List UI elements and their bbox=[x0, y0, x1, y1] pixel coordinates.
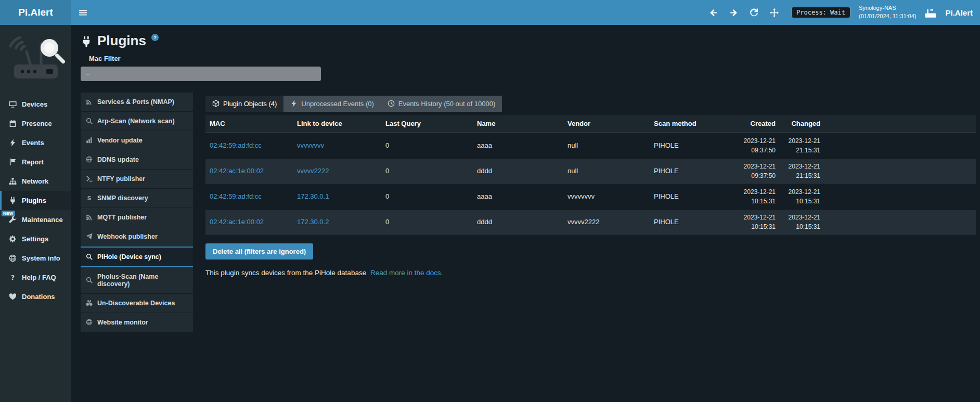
bolt-icon bbox=[9, 139, 17, 147]
plugin-item-ntfy-publisher[interactable]: NTFY publisher bbox=[81, 170, 193, 189]
sidebar-item-settings[interactable]: Settings bbox=[0, 229, 71, 249]
host-time: (01/01/2024, 11:31:04) bbox=[859, 12, 917, 21]
column-header-vendor[interactable]: Vendor bbox=[563, 115, 650, 132]
mac-link[interactable]: 02:42:ac:1e:00:02 bbox=[210, 167, 264, 175]
help-badge[interactable]: ? bbox=[151, 34, 159, 41]
column-header-scan-method[interactable]: Scan method bbox=[650, 115, 735, 132]
last-query-cell: 0 bbox=[381, 164, 473, 178]
plugin-item-label: Services & Ports (NMAP) bbox=[97, 98, 174, 106]
globe-icon bbox=[86, 156, 93, 163]
plugin-item-snmp-discovery[interactable]: SSNMP discovery bbox=[81, 189, 193, 208]
sidebar-item-events[interactable]: Events bbox=[0, 133, 71, 152]
device-link[interactable]: 172.30.0.2 bbox=[297, 218, 329, 226]
link-to-device-cell: 172.30.0.1 bbox=[293, 189, 381, 203]
mac-filter-input[interactable] bbox=[81, 67, 321, 81]
link-to-device-cell: vvvvv2222 bbox=[293, 164, 381, 178]
plugin-item-webhook-publisher[interactable]: Webhook publisher bbox=[81, 227, 193, 247]
link-to-device-cell: 172.30.0.2 bbox=[293, 215, 381, 229]
monitor-icon bbox=[9, 100, 17, 108]
table-header-row: MACLink to deviceLast QueryNameVendorSca… bbox=[205, 115, 976, 133]
svg-text:?: ? bbox=[11, 274, 15, 281]
arrow-left-icon bbox=[709, 8, 718, 17]
changed-cell: 2023-12-21 10:15:31 bbox=[780, 184, 824, 209]
column-header-changed[interactable]: Changed bbox=[780, 115, 824, 132]
mac-link[interactable]: 02:42:59:ad:fd:cc bbox=[210, 192, 262, 200]
changed-cell: 2023-12-21 21:15:31 bbox=[780, 133, 824, 158]
sidebar-item-network[interactable]: Network bbox=[0, 172, 71, 191]
changed-cell: 2023-12-21 21:15:31 bbox=[780, 159, 824, 184]
table-row: 02:42:59:ad:fd:cc vvvvvvvv 0 aaaa null P… bbox=[205, 133, 976, 159]
plugin-item-services-ports-nmap[interactable]: Services & Ports (NMAP) bbox=[81, 93, 193, 112]
device-link[interactable]: vvvvv2222 bbox=[297, 167, 329, 175]
app-name: Pi.Alert bbox=[945, 8, 973, 17]
tab-label: Events History (50 out of 10000) bbox=[398, 100, 495, 108]
cube-icon bbox=[212, 100, 220, 107]
column-header-link-to-device[interactable]: Link to device bbox=[293, 115, 381, 132]
new-badge: NEW bbox=[2, 211, 15, 216]
tab-events-history-50-out-of-10000[interactable]: Events History (50 out of 10000) bbox=[381, 96, 502, 112]
nav-arrow-group bbox=[709, 8, 779, 17]
sidebar-item-plugins[interactable]: Plugins bbox=[0, 191, 71, 210]
search-icon bbox=[86, 277, 93, 283]
plugin-item-label: Vendor update bbox=[97, 137, 143, 144]
tab-unprocessed-events-0[interactable]: Unprocessed Events (0) bbox=[283, 96, 380, 112]
forward-button[interactable] bbox=[729, 8, 738, 17]
sidebar-item-maintenance[interactable]: NEWMaintenance bbox=[0, 210, 71, 229]
router-icon bbox=[924, 6, 937, 19]
column-header-created[interactable]: Created bbox=[735, 115, 780, 132]
plugin-item-un-discoverable-devices[interactable]: Un-Discoverable Devices bbox=[81, 294, 193, 313]
column-header-last-query[interactable]: Last Query bbox=[381, 115, 473, 132]
gear-icon bbox=[9, 235, 17, 243]
move-button[interactable] bbox=[770, 8, 779, 17]
host-name: Synology-NAS bbox=[859, 4, 917, 12]
mac-cell: 02:42:ac:1e:00:02 bbox=[205, 215, 293, 229]
plugin-item-mqtt-publisher[interactable]: MQTT publisher bbox=[81, 208, 193, 227]
topbar: Pi.Alert Process: Wait Synology-NAS (01/… bbox=[0, 0, 980, 25]
process-status-badge: Process: Wait bbox=[791, 7, 850, 18]
plugin-item-website-monitor[interactable]: Website monitor bbox=[81, 313, 193, 332]
sidebar-item-report[interactable]: Report bbox=[0, 152, 71, 172]
mac-link[interactable]: 02:42:ac:1e:00:02 bbox=[210, 218, 264, 226]
plugin-item-label: Website monitor bbox=[97, 319, 148, 326]
menu-toggle-button[interactable] bbox=[71, 0, 94, 25]
plug-icon bbox=[81, 36, 92, 47]
sidebar-item-presence[interactable]: Presence bbox=[0, 114, 71, 133]
tab-plugin-objects-4[interactable]: Plugin Objects (4) bbox=[205, 96, 283, 112]
sitemap-icon bbox=[9, 177, 17, 185]
link-to-device-cell: vvvvvvvv bbox=[293, 138, 381, 152]
back-button[interactable] bbox=[709, 8, 718, 17]
sidebar-item-system-info[interactable]: System info bbox=[0, 249, 71, 268]
sidebar-item-label: Settings bbox=[22, 235, 48, 243]
sidebar-item-label: Presence bbox=[22, 120, 52, 127]
plugin-item-pihole-device-sync[interactable]: PiHole (Device sync) bbox=[81, 247, 193, 267]
scan-method-cell: PIHOLE bbox=[650, 189, 735, 203]
sidebar-item-devices[interactable]: Devices bbox=[0, 95, 71, 114]
device-link[interactable]: vvvvvvvv bbox=[297, 141, 324, 149]
delete-all-button[interactable]: Delete all (filters are ignored) bbox=[205, 243, 313, 260]
mac-filter-label: Mac Filter bbox=[81, 55, 976, 62]
plugin-item-label: Webhook publisher bbox=[97, 233, 158, 240]
plugin-item-arp-scan-network-scan[interactable]: Arp-Scan (Network scan) bbox=[81, 112, 193, 131]
docs-link[interactable]: Read more in the docs. bbox=[370, 269, 443, 277]
bar-chart-icon bbox=[86, 137, 93, 144]
sidebar-nav: DevicesPresenceEventsReportNetworkPlugin… bbox=[0, 95, 71, 306]
column-header-mac[interactable]: MAC bbox=[205, 115, 293, 132]
brand-logo[interactable]: Pi.Alert bbox=[0, 0, 71, 25]
send-icon bbox=[86, 233, 93, 240]
wrench-icon bbox=[9, 216, 17, 224]
main-content: Plugins ? Mac Filter Services & Ports (N… bbox=[71, 25, 980, 402]
plugin-item-pholus-scan-name-discovery[interactable]: Pholus-Scan (Name discovery) bbox=[81, 267, 193, 294]
heart-icon bbox=[9, 293, 17, 301]
sidebar-item-label: Plugins bbox=[22, 197, 46, 204]
plugin-item-vendor-update[interactable]: Vendor update bbox=[81, 131, 193, 150]
column-header-name[interactable]: Name bbox=[473, 115, 563, 132]
sidebar-item-help-faq[interactable]: ?Help / FAQ bbox=[0, 268, 71, 287]
created-cell: 2023-12-21 09:37:50 bbox=[735, 159, 780, 184]
mac-link[interactable]: 02:42:59:ad:fd:cc bbox=[210, 141, 262, 149]
plugin-item-ddns-update[interactable]: DDNS update bbox=[81, 150, 193, 170]
mac-cell: 02:42:59:ad:fd:cc bbox=[205, 138, 293, 152]
plugin-item-label: PiHole (Device sync) bbox=[97, 253, 161, 261]
device-link[interactable]: 172.30.0.1 bbox=[297, 192, 329, 200]
sidebar-item-donations[interactable]: Donations bbox=[0, 287, 71, 306]
refresh-button[interactable] bbox=[750, 8, 758, 17]
